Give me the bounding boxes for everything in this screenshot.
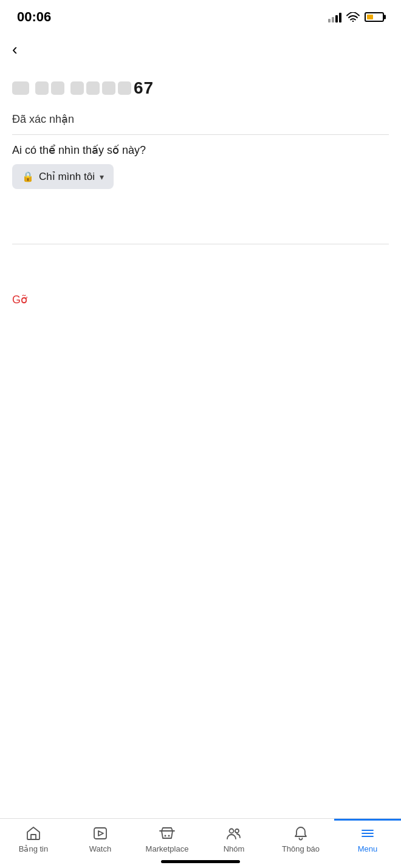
bell-icon [292, 825, 310, 842]
signal-icon [328, 12, 341, 22]
svg-marker-2 [98, 831, 103, 836]
visibility-dropdown-button[interactable]: 🔒 Chỉ mình tôi ▾ [12, 164, 114, 189]
nav-item-thongbao[interactable]: Thông báo [267, 825, 334, 853]
status-bar: 00:06 [0, 0, 401, 32]
svg-rect-1 [94, 828, 106, 839]
svg-point-6 [235, 829, 239, 833]
visibility-question: Ai có thể nhìn thấy số này? [12, 143, 389, 157]
svg-point-4 [168, 835, 170, 837]
wifi-icon [346, 12, 360, 22]
nav-label-menu: Menu [358, 844, 378, 853]
svg-point-5 [230, 829, 234, 833]
menu-icon [358, 825, 377, 842]
nav-label-marketplace: Marketplace [146, 844, 189, 853]
phone-section: 67 [0, 65, 401, 109]
divider-bottom [12, 244, 389, 244]
watch-icon [91, 825, 109, 842]
visibility-label: Chỉ mình tôi [39, 170, 95, 183]
nav-item-bangtin[interactable]: Bảng tin [0, 825, 67, 853]
status-time: 00:06 [17, 9, 51, 25]
nav-label-watch: Watch [89, 844, 111, 853]
svg-point-3 [165, 835, 166, 837]
visibility-section: Ai có thể nhìn thấy số này? 🔒 Chỉ mình t… [0, 135, 401, 195]
chevron-down-icon: ▾ [100, 172, 104, 182]
status-icons [328, 12, 384, 22]
phone-visible-digits: 67 [134, 78, 154, 98]
groups-icon [225, 825, 243, 842]
phone-display: 67 [12, 78, 389, 98]
nav-label-nhom: Nhóm [224, 844, 245, 853]
battery-icon [365, 12, 384, 22]
nav-item-marketplace[interactable]: Marketplace [134, 825, 200, 853]
phone-blurred [12, 81, 131, 95]
home-icon [24, 825, 43, 842]
back-button[interactable]: ‹ [0, 32, 401, 65]
marketplace-icon [158, 825, 176, 842]
remove-section: Gỡ [0, 281, 401, 312]
active-nav-indicator [334, 819, 401, 821]
remove-link[interactable]: Gỡ [12, 294, 27, 306]
nav-label-thongbao: Thông báo [282, 844, 320, 853]
lock-icon: 🔒 [22, 171, 34, 182]
nav-item-menu[interactable]: Menu [334, 825, 401, 853]
nav-item-watch[interactable]: Watch [67, 825, 134, 853]
confirmed-text: Đã xác nhận [0, 109, 401, 134]
home-pill [161, 860, 240, 863]
nav-label-bangtin: Bảng tin [19, 844, 48, 853]
svg-point-0 [352, 21, 354, 22]
nav-item-nhom[interactable]: Nhóm [200, 825, 267, 853]
